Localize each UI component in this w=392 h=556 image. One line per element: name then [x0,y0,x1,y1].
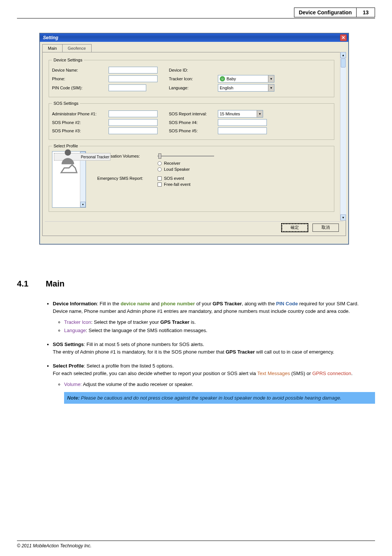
language-term: Language [64,328,86,333]
input-sos3[interactable] [109,127,158,134]
select-tracker-icon[interactable]: ☺ Baby ▼ [218,75,274,83]
radio-loud-speaker[interactable] [158,167,162,172]
list-item: Language: Select the language of the SMS… [64,327,375,334]
device-info-label: Device Information [53,301,97,306]
select-interval-value: 15 Minutes [220,112,240,116]
chevron-down-icon[interactable]: ▼ [268,75,274,82]
device-name-term: device name [121,301,150,306]
header-divider [17,18,375,18]
text-messages-term: Text Messages [257,371,290,376]
label-sos4: SOS Phone #4: [169,120,218,125]
list-item: SOS Settings: Fill in at most 5 sets of … [53,341,375,355]
heading-text: Main [46,279,64,288]
close-icon[interactable]: ✕ [340,34,347,41]
label-sos-interval: SOS Report interval: [169,112,218,116]
profile-item-label: Personal Tracker [81,155,109,159]
label-tracker-icon: Tracker Icon: [169,77,218,81]
select-profile-label: Select Profile [53,363,84,369]
scroll-thumb[interactable] [341,58,346,67]
tab-geofence[interactable]: Geofence [62,44,92,52]
sub-list: Volume: Adjust the volume of the audio r… [64,381,375,404]
page-header: Device Configuration 13 [294,8,375,17]
input-sos2[interactable] [109,119,158,126]
fieldset-select-profile: Select Profile ▲ ▼ Personal Tracker [49,144,334,212]
radio-receiver[interactable] [158,161,162,165]
tab-strip: Main Geofence [42,44,346,52]
tab-main[interactable]: Main [42,44,63,52]
select-language[interactable]: English ▼ [218,84,274,92]
note-text: Please be cautious and do not press clos… [80,395,341,401]
label-sos2: SOS Phone #2: [52,120,109,125]
label-sos-event: SOS event [164,176,184,181]
fieldset-device-settings: Device Settings Device Name: Device ID: … [49,58,334,97]
volume-slider[interactable] [158,153,214,159]
page-footer: © 2011 MobileAction Technology Inc. [17,541,375,548]
input-admin-phone[interactable] [109,110,158,117]
list-item: Select Profile: Select a profile from th… [53,362,375,404]
label-device-id: Device ID: [169,68,218,72]
label-sos3: SOS Phone #3: [52,129,109,133]
input-phone[interactable] [109,75,158,82]
checkbox-freefall-event[interactable] [158,182,162,187]
baby-face-icon: ☺ [220,76,225,81]
chevron-down-icon[interactable]: ▼ [257,110,263,117]
gprs-connection-term: GPRS connection [312,371,351,376]
dialog-titlebar[interactable]: Setting ✕ [40,34,348,42]
input-pin[interactable] [109,84,146,91]
note-label: Note: [67,395,80,401]
sos-settings-label: SOS Settings [53,342,84,347]
person-icon [58,147,77,166]
label-sos5: SOS Phone #5: [169,129,218,133]
chevron-down-icon[interactable]: ▼ [268,84,274,91]
label-phone: Phone: [52,77,109,81]
sub-list: Tracker Icon: Select the type of tracker… [64,319,375,334]
dialog-button-bar: 確定 取消 [45,221,343,233]
input-sos4[interactable] [218,119,267,126]
cancel-button[interactable]: 取消 [312,224,339,232]
header-title: Device Configuration [294,8,357,17]
input-device-name[interactable] [109,67,158,74]
select-sos-interval[interactable]: 15 Minutes ▼ [218,110,263,118]
select-language-value: English [220,86,233,90]
dialog-title: Setting [43,35,58,40]
pin-code-term: PIN Code [276,301,298,306]
select-tracker-value: Baby [227,77,236,81]
settings-dialog: Setting ✕ Main Geofence ▲ ▼ Device Setti… [40,33,349,244]
label-language: Language: [169,86,218,90]
label-pin: PIN Code (SIM): [52,86,109,90]
page-number: 13 [357,8,375,17]
label-freefall-event: Free-fall event [164,182,190,187]
label-admin-phone: Administrator Phone #1: [52,112,109,116]
fieldset-sos-settings: SOS Settings Administrator Phone #1: SOS… [49,101,334,140]
tab-panel-main: ▲ ▼ Device Settings Device Name: Device … [42,52,346,236]
volume-term: Volume: [64,381,82,387]
legend-device: Device Settings [52,58,84,62]
note-box: Note: Please be cautious and do not pres… [64,392,375,404]
list-item: Device Information: Fill in the device n… [53,300,375,334]
section-main: 4.1 Main Device Information: Fill in the… [17,279,375,410]
profile-listbox[interactable]: ▲ ▼ Personal Tracker [52,151,86,208]
list-item: Tracker Icon: Select the type of tracker… [64,319,375,326]
label-receiver: Receiver [164,161,180,165]
bullet-list: Device Information: Fill in the device n… [53,300,375,404]
phone-number-term: phone number [161,301,195,306]
label-device-name: Device Name: [52,68,109,72]
scroll-down-icon[interactable]: ▼ [340,214,346,221]
svg-point-0 [65,149,71,156]
list-item: Volume: Adjust the volume of the audio r… [64,381,375,404]
label-loud-speaker: Loud Speaker [164,167,190,172]
scroll-up-icon[interactable]: ▲ [340,52,346,58]
panel-scrollbar[interactable]: ▲ ▼ [340,52,346,221]
ok-button[interactable]: 確定 [282,224,308,232]
tracker-icon-term: Tracker Icon [64,319,91,325]
legend-sos: SOS Settings [52,101,80,106]
label-emergency-sms: Emergency SMS Report: [97,176,158,181]
scroll-down-icon[interactable]: ▼ [80,202,86,207]
heading-number: 4.1 [17,279,43,289]
checkbox-sos-event[interactable] [158,176,162,181]
profile-item-personal-tracker[interactable]: Personal Tracker [54,153,110,161]
section-heading: 4.1 Main [17,279,375,289]
input-sos5[interactable] [218,127,267,134]
